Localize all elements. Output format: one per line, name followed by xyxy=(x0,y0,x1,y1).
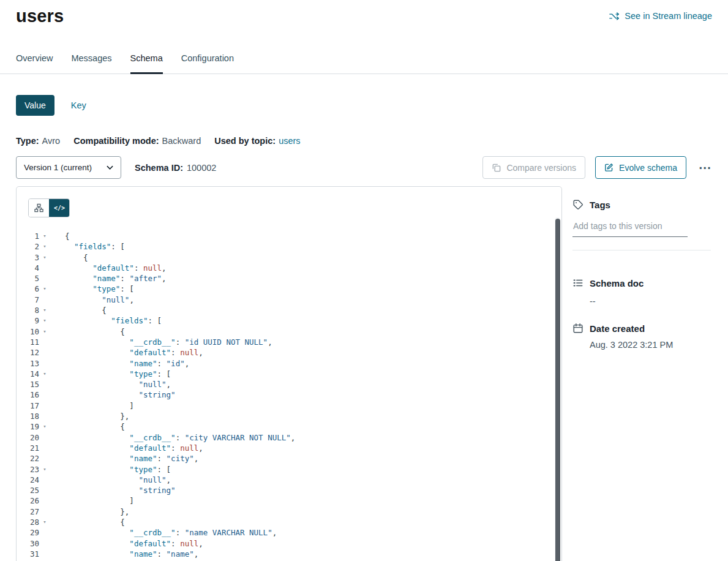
code-line: 27 }, xyxy=(17,506,561,517)
code-text: "type": [ xyxy=(50,369,171,379)
fold-toggle-icon[interactable]: ▾ xyxy=(39,315,50,326)
version-select[interactable]: Version 1 (current) xyxy=(16,156,121,179)
code-line: 2▾ "fields": [ xyxy=(17,241,561,252)
tab-bar: Overview Messages Schema Configuration xyxy=(0,53,728,74)
version-select-value: Version 1 (current) xyxy=(24,163,92,172)
code-text: { xyxy=(50,305,107,315)
code-text: "string" xyxy=(50,390,176,400)
code-text: "fields": [ xyxy=(50,241,125,252)
code-line: 8▾ { xyxy=(17,305,561,315)
line-number: 28 xyxy=(17,517,39,527)
value-key-toggle: Value Key xyxy=(0,95,728,116)
code-line: 22 "name": "city", xyxy=(17,453,561,464)
fold-toggle-icon[interactable]: ▾ xyxy=(39,326,50,337)
fold-toggle-icon[interactable]: ▾ xyxy=(39,284,50,294)
fold-spacer xyxy=(39,273,50,284)
code-view-button[interactable]: </> xyxy=(49,199,69,217)
schema-doc-section: Schema doc -- xyxy=(572,277,711,306)
code-line: 3▾ { xyxy=(17,252,561,263)
topic-link[interactable]: users xyxy=(279,136,300,146)
tab-schema[interactable]: Schema xyxy=(130,53,163,74)
code-line: 20 "__crdb__": "city VARCHAR NOT NULL", xyxy=(17,432,561,443)
meta-compatibility-label: Compatibility mode: xyxy=(73,136,159,146)
line-number: 20 xyxy=(17,432,39,443)
code-text: "null", xyxy=(50,475,171,485)
line-number: 11 xyxy=(17,337,39,347)
code-line: 30 "default": null, xyxy=(17,538,561,549)
fold-toggle-icon[interactable]: ▾ xyxy=(39,464,50,475)
line-number: 21 xyxy=(17,443,39,453)
fold-spacer xyxy=(39,485,50,495)
line-number: 17 xyxy=(17,401,39,411)
code-line: 6▾ "type": [ xyxy=(17,284,561,294)
code-text: { xyxy=(50,326,125,337)
schema-code-panel: </> 1▾{2▾ "fields": [3▾ {4 "default": nu… xyxy=(16,186,562,561)
code-line: 5 "name": "after", xyxy=(17,273,561,284)
fold-spacer xyxy=(39,475,50,485)
meta-topic-label: Used by topic: xyxy=(214,136,276,146)
code-text: "null", xyxy=(50,379,171,390)
code-line: 11 "__crdb__": "id UUID NOT NULL", xyxy=(17,337,561,347)
code-line: 25 "string" xyxy=(17,485,561,495)
line-number: 19 xyxy=(17,421,39,432)
code-line: 28▾ { xyxy=(17,517,561,527)
date-created-heading: Date created xyxy=(572,323,711,334)
page-header: users See in Stream lineage xyxy=(0,0,728,26)
fold-spacer xyxy=(39,401,50,411)
code-view-icon: </> xyxy=(54,205,65,211)
line-number: 26 xyxy=(17,495,39,506)
compare-versions-icon xyxy=(492,163,501,172)
fold-spacer xyxy=(39,506,50,517)
fold-toggle-icon[interactable]: ▾ xyxy=(39,421,50,432)
tree-view-button[interactable] xyxy=(29,199,49,217)
fold-toggle-icon[interactable]: ▾ xyxy=(39,305,50,315)
editor-scrollbar-thumb[interactable] xyxy=(555,219,560,561)
value-toggle-button[interactable]: Value xyxy=(16,95,54,116)
fold-toggle-icon[interactable]: ▾ xyxy=(39,241,50,252)
fold-toggle-icon[interactable]: ▾ xyxy=(39,231,50,241)
schema-meta-row: Type: Avro Compatibility mode: Backward … xyxy=(0,136,728,146)
code-lines: 1▾{2▾ "fields": [3▾ {4 "default": null,5… xyxy=(17,231,561,561)
evolve-schema-icon xyxy=(604,163,614,172)
evolve-schema-button[interactable]: Evolve schema xyxy=(595,156,686,179)
fold-spacer xyxy=(39,495,50,506)
editor-toolbar: </> xyxy=(17,187,561,217)
line-number: 13 xyxy=(17,358,39,369)
view-mode-group: </> xyxy=(28,198,70,217)
fold-spacer xyxy=(39,443,50,453)
fold-toggle-icon[interactable]: ▾ xyxy=(39,369,50,379)
tags-input[interactable] xyxy=(572,219,688,237)
tab-messages[interactable]: Messages xyxy=(71,53,111,73)
list-icon xyxy=(572,277,584,288)
code-text: { xyxy=(50,421,125,432)
code-text: }, xyxy=(50,411,129,421)
compare-versions-button[interactable]: Compare versions xyxy=(482,156,585,179)
fold-spacer xyxy=(39,538,50,549)
key-toggle-link[interactable]: Key xyxy=(71,100,86,110)
stream-lineage-label: See in Stream lineage xyxy=(625,11,712,21)
stream-lineage-link[interactable]: See in Stream lineage xyxy=(609,11,712,21)
line-number: 7 xyxy=(17,295,39,305)
meta-topic: Used by topic: users xyxy=(214,136,300,146)
code-text: "__crdb__": "city VARCHAR NOT NULL", xyxy=(50,432,295,443)
fold-toggle-icon[interactable]: ▾ xyxy=(39,252,50,263)
schema-actions: Compare versions Evolve schema ⋯ xyxy=(482,156,712,179)
more-options-button[interactable]: ⋯ xyxy=(699,161,712,174)
stream-lineage-icon xyxy=(609,12,620,21)
code-text: "fields": [ xyxy=(50,315,162,326)
editor-scrollbar[interactable] xyxy=(555,217,560,561)
fold-spacer xyxy=(39,432,50,443)
schema-sidebar: Tags Schema doc -- Date created Aug. 3 2… xyxy=(572,186,711,350)
fold-spacer xyxy=(39,453,50,464)
code-line: 24 "null", xyxy=(17,475,561,485)
code-text: "__crdb__": "id UUID NOT NULL", xyxy=(50,337,272,347)
fold-spacer xyxy=(39,390,50,400)
line-number: 18 xyxy=(17,411,39,421)
line-number: 14 xyxy=(17,369,39,379)
tab-configuration[interactable]: Configuration xyxy=(181,53,234,73)
tab-overview[interactable]: Overview xyxy=(16,53,53,73)
code-line: 4 "default": null, xyxy=(17,263,561,273)
schema-doc-heading: Schema doc xyxy=(572,277,711,288)
tags-section: Tags xyxy=(572,199,711,250)
fold-toggle-icon[interactable]: ▾ xyxy=(39,517,50,527)
